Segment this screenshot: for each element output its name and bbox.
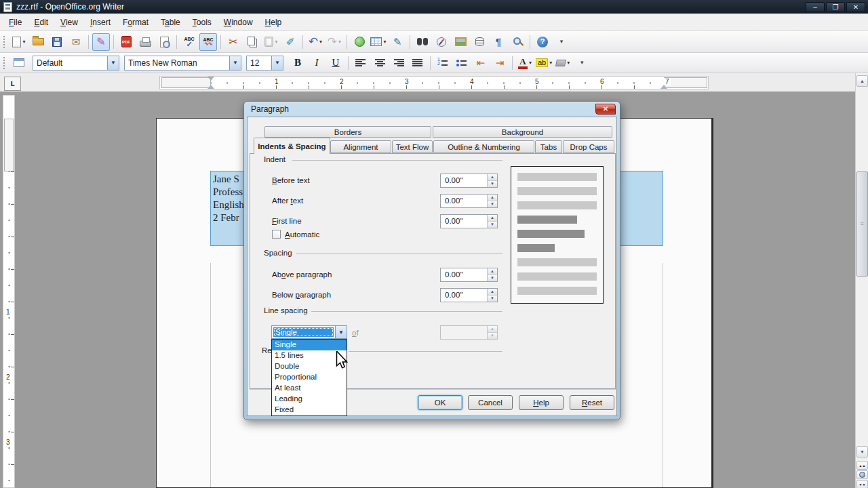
tab-alignment[interactable]: Alignment [330,140,391,153]
spin-field[interactable]: 0.00" ▲▼ [440,214,498,228]
navigation-icon[interactable] [856,470,868,479]
page-preview-icon[interactable] [155,33,173,51]
navigator-icon[interactable] [433,33,450,51]
option-at-least[interactable]: At least [272,383,347,394]
email-icon[interactable]: ✉ [67,33,85,51]
ok-button[interactable]: OK [418,395,462,410]
hyperlink-icon[interactable] [351,33,368,51]
underline-button[interactable]: U [327,54,344,72]
combobox-dropdown-icon[interactable]: ▼ [335,326,347,338]
zoom-icon[interactable] [509,33,526,51]
tab-drop-caps[interactable]: Drop Caps [563,140,614,153]
draw-functions-icon[interactable]: ✎ [389,33,406,51]
help-button[interactable]: Help [519,395,564,410]
menu-format[interactable]: Format [117,15,155,30]
dropdown-caret-icon[interactable]: ▾ [338,39,341,45]
dropdown-caret-icon[interactable]: ▾ [549,60,552,66]
align-center-icon[interactable] [371,54,389,72]
first-line-indent-marker[interactable] [208,77,214,81]
toolbar-overflow-icon[interactable]: ▾ [553,33,570,51]
new-document-icon[interactable]: ▾ [10,33,28,51]
option-fixed[interactable]: Fixed [272,405,347,415]
next-page-icon[interactable]: ▼▼ [856,480,868,488]
reset-button[interactable]: Reset [570,395,614,410]
dropdown-caret-icon[interactable]: ▾ [319,39,322,45]
open-icon[interactable] [29,33,47,51]
gallery-icon[interactable] [452,33,469,51]
menu-help[interactable]: Help [259,15,288,30]
spin-field[interactable]: 0.00" ▲▼ [440,194,498,208]
dropdown-caret-icon[interactable]: ▾ [529,60,532,66]
spinner-buttons[interactable]: ▲▼ [487,268,497,281]
option-proportional[interactable]: Proportional [272,372,347,383]
bold-button[interactable]: B [289,54,307,72]
paste-icon[interactable]: ▾ [262,33,280,51]
menu-tools[interactable]: Tools [186,15,218,30]
font-color-icon[interactable]: A ▾ [516,54,534,72]
spin-field[interactable]: 0.00" ▲▼ [440,288,498,302]
combobox-dropdown-icon[interactable]: ▼ [107,56,119,70]
cut-icon[interactable]: ✂ [224,33,242,51]
help-icon[interactable]: ? [534,33,551,51]
nonprinting-characters-icon[interactable]: ¶ [490,33,507,51]
font-name-combobox[interactable]: Times New Roman ▼ [124,56,241,70]
right-indent-marker[interactable] [660,85,667,89]
copy-icon[interactable] [243,33,261,51]
spellcheck-icon[interactable]: ABC [180,33,198,51]
insert-table-icon[interactable]: ▾ [370,33,387,51]
tab-stop-type-button[interactable]: L [4,77,21,91]
align-right-icon[interactable] [390,54,408,72]
highlighting-icon[interactable]: ab ▾ [535,54,553,72]
redo-icon[interactable]: ↷ ▾ [326,33,343,51]
dialog-title-bar[interactable]: Paragraph [244,102,620,117]
save-icon[interactable] [48,33,66,51]
tab-borders[interactable]: Borders [264,126,431,138]
align-left-icon[interactable] [352,54,370,72]
decrease-indent-icon[interactable]: ⇤ [472,54,490,72]
export-pdf-icon[interactable]: PDF [117,33,135,51]
menu-table[interactable]: Table [155,15,186,30]
option-leading[interactable]: Leading [272,394,347,405]
close-button[interactable]: ✕ [846,2,865,12]
menu-view[interactable]: View [54,15,84,30]
spin-field[interactable]: 0.00" ▲▼ [440,268,498,282]
horizontal-ruler[interactable]: 1234567 [159,76,709,89]
increase-indent-icon[interactable]: ⇥ [491,54,509,72]
tab-tabs[interactable]: Tabs [535,140,562,153]
combobox-dropdown-icon[interactable]: ▼ [229,56,241,70]
spinner-buttons[interactable]: ▲▼ [487,195,497,207]
dropdown-caret-icon[interactable]: ▾ [22,39,25,45]
tab-background[interactable]: Background [433,126,612,138]
toolbar-grip[interactable] [3,56,6,70]
option-single[interactable]: Single [272,340,347,350]
toolbar-grip[interactable] [3,35,6,49]
paragraph-style-combobox[interactable]: Default ▼ [33,56,119,70]
vertical-scrollbar[interactable]: ▲ ≡ ▼ ▲▲ ▼▼ [855,73,868,488]
edit-file-icon[interactable]: ✎ [92,33,110,51]
data-sources-icon[interactable] [471,33,488,51]
dropdown-caret-icon[interactable]: ▾ [567,60,570,66]
apply-style-icon[interactable] [10,54,28,72]
menu-window[interactable]: Window [218,15,259,30]
previous-page-icon[interactable]: ▲▲ [856,461,868,470]
dialog-close-button[interactable]: ✕ [595,104,616,115]
menu-insert[interactable]: Insert [84,15,117,30]
scroll-down-icon[interactable]: ▼ [856,446,868,458]
scroll-up-icon[interactable]: ▲ [856,75,868,87]
background-color-icon[interactable]: ▾ [554,54,572,72]
font-size-combobox[interactable]: 12 ▼ [246,56,283,70]
print-icon[interactable] [136,33,154,51]
restore-button[interactable]: ❐ [826,2,845,12]
vertical-ruler[interactable]: 123 [3,95,15,488]
toolbar-overflow-icon[interactable]: ▾ [573,54,591,72]
menu-edit[interactable]: Edit [28,15,54,30]
format-paintbrush-icon[interactable]: ✐ [281,33,299,51]
spin-field[interactable]: 0.00" ▲▼ [440,174,498,188]
cancel-button[interactable]: Cancel [468,395,513,410]
tab-outline-numbering[interactable]: Outline & Numbering [433,140,534,153]
undo-icon[interactable]: ↶ ▾ [307,33,324,51]
menu-file[interactable]: File [3,15,28,30]
scrollbar-thumb[interactable]: ≡ [856,171,868,277]
spinner-buttons[interactable]: ▲▼ [487,174,497,187]
combobox-dropdown-icon[interactable]: ▼ [271,56,283,70]
